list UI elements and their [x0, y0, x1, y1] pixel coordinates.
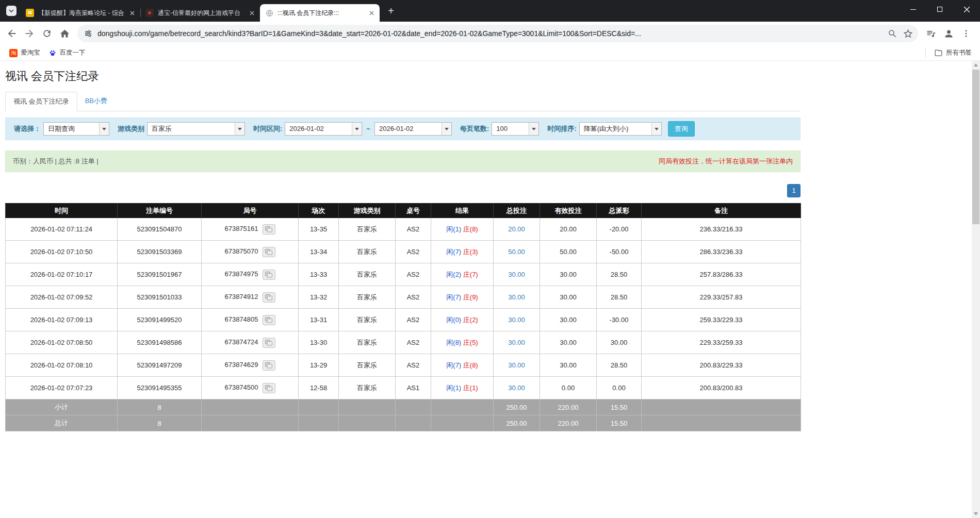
round-replay-icon[interactable]	[263, 292, 275, 303]
date-end-select[interactable]: 2026-01-02	[374, 122, 452, 136]
total-bet-link[interactable]: 30.00	[508, 339, 525, 346]
range-separator: ~	[366, 125, 370, 133]
search-button[interactable]: 查询	[668, 121, 695, 137]
result-player: 闲(8)	[446, 339, 461, 346]
reload-button[interactable]	[38, 25, 56, 42]
round-replay-icon[interactable]	[263, 247, 275, 257]
browser-tab[interactable]: 通宝-信誉最好的网上游戏平台	[140, 4, 260, 22]
cell-payout: 28.50	[597, 263, 642, 286]
menu-button[interactable]	[957, 25, 975, 42]
cell-result: 闲(1) 庄(8)	[431, 218, 494, 241]
address-bar[interactable]: dongshouji.com/game/betrecord_search/kin…	[77, 25, 918, 42]
browser-tab[interactable]: 【新提醒】海燕策略论坛 - 综合	[21, 4, 140, 22]
round-replay-icon[interactable]	[263, 383, 275, 393]
cell-game-type: 百家乐	[339, 309, 396, 331]
round-replay-icon[interactable]	[263, 270, 275, 280]
round-replay-icon[interactable]	[263, 224, 275, 235]
cell-result: 闲(7) 庄(9)	[431, 286, 494, 309]
cell-time: 2026-01-02 07:09:52	[6, 286, 118, 309]
round-number: 673875070	[224, 247, 258, 255]
home-button[interactable]	[56, 25, 73, 42]
page-button-1[interactable]: 1	[787, 184, 801, 197]
column-header: 局号	[202, 204, 299, 218]
tab-bb-tip[interactable]: BB小费	[77, 92, 115, 111]
zoom-icon[interactable]	[888, 29, 897, 38]
table-row: 2026-01-02 07:09:52523091501033673874912…	[6, 286, 801, 309]
back-button[interactable]	[3, 25, 21, 42]
sort-select[interactable]: 降冪(由大到小)	[579, 122, 662, 136]
result-banker: 庄(9)	[463, 293, 478, 301]
scrollbar-thumb[interactable]	[972, 70, 979, 224]
chevron-down-icon[interactable]	[352, 123, 362, 135]
totals-empty-cell	[299, 415, 339, 431]
tab-title: :::视讯 会员下注纪录:::	[277, 9, 364, 18]
maximize-button[interactable]	[926, 0, 953, 19]
cell-session: 13-30	[299, 331, 339, 354]
bookmark-star-icon[interactable]	[903, 29, 913, 39]
page-scrollbar[interactable]	[972, 61, 980, 518]
round-replay-icon[interactable]	[263, 315, 275, 325]
chevron-down-icon	[9, 8, 14, 13]
tab-close-icon[interactable]	[248, 9, 256, 17]
result-banker: 庄(8)	[463, 361, 478, 369]
total-bet-link[interactable]: 30.00	[508, 316, 525, 324]
bookmarks-right: 所有书签	[925, 47, 975, 59]
total-bet-link[interactable]: 20.00	[508, 225, 525, 233]
bookmark-baidu[interactable]: 百度一下	[44, 47, 90, 59]
forward-button[interactable]	[21, 25, 38, 42]
chevron-down-icon[interactable]	[99, 123, 109, 135]
chevron-down-icon[interactable]	[651, 123, 661, 135]
table-row: 2026-01-02 07:11:24523091504870673875161…	[6, 218, 801, 241]
tab-search-button[interactable]	[6, 6, 17, 16]
tab-betting-records[interactable]: 视讯 会员下注纪录	[5, 92, 77, 111]
profile-button[interactable]	[940, 25, 957, 42]
chevron-down-icon[interactable]	[235, 123, 244, 135]
scroll-down-arrow[interactable]	[972, 510, 980, 518]
cell-session: 13-31	[299, 309, 339, 331]
site-settings-icon[interactable]	[84, 29, 93, 38]
cell-session: 13-34	[299, 241, 339, 263]
total-bet-link[interactable]: 30.00	[508, 293, 525, 301]
browser-tab-active[interactable]: :::视讯 会员下注纪录:::	[260, 4, 380, 22]
total-bet-link[interactable]: 50.00	[508, 248, 525, 256]
maximize-icon	[937, 7, 942, 12]
cell-table-id: AS2	[396, 331, 431, 354]
total-bet-link[interactable]: 30.00	[508, 271, 525, 278]
table-header-row: 时间注单编号局号场次游戏类别桌号结果总投注有效投注总派彩备注	[6, 204, 801, 218]
tab-strip: 【新提醒】海燕策略论坛 - 综合 通宝-信誉最好的网上游戏平台 :::视讯 会员…	[0, 0, 980, 22]
page-title: 视讯 会员下注纪录	[5, 69, 801, 84]
game-type-select[interactable]: 百家乐	[147, 122, 245, 136]
column-header: 游戏类别	[339, 204, 396, 218]
cell-game-type: 百家乐	[339, 241, 396, 263]
round-replay-icon[interactable]	[263, 338, 275, 348]
round-replay-icon[interactable]	[263, 360, 275, 371]
close-button[interactable]	[953, 0, 980, 19]
minimize-button[interactable]	[900, 0, 926, 19]
globe-favicon-icon	[265, 9, 273, 17]
minimize-icon	[910, 9, 916, 10]
cell-note: 286.33/236.33	[642, 241, 801, 263]
query-type-select[interactable]: 日期查询	[43, 122, 109, 136]
tab-close-icon[interactable]	[367, 9, 375, 17]
date-start-select[interactable]: 2026-01-02	[285, 122, 362, 136]
totals-label: 小计	[6, 399, 118, 415]
cell-note: 257.83/286.33	[642, 263, 801, 286]
cell-payout: -20.00	[597, 218, 642, 241]
per-page-select[interactable]: 100	[492, 122, 539, 136]
chevron-down-icon[interactable]	[529, 123, 538, 135]
new-tab-button[interactable]: +	[384, 4, 398, 18]
bookmark-taobao[interactable]: 淘 爱淘宝	[5, 47, 44, 59]
total-bet-link[interactable]: 30.00	[508, 384, 525, 392]
tab-close-icon[interactable]	[128, 9, 136, 17]
back-icon	[6, 28, 18, 39]
chevron-down-icon[interactable]	[442, 123, 451, 135]
cell-table-id: AS2	[396, 309, 431, 331]
column-header: 结果	[431, 204, 494, 218]
summary-note-text: 同局有效投注，统一计算在该局第一张注单内	[659, 157, 793, 166]
totals-valid-bet: 220.00	[540, 415, 597, 431]
scroll-up-arrow[interactable]	[972, 61, 980, 69]
total-bet-link[interactable]: 30.00	[508, 361, 525, 369]
media-controls-button[interactable]	[922, 25, 940, 42]
all-bookmarks-button[interactable]: 所有书签	[931, 47, 975, 59]
totals-total-bet: 250.00	[494, 399, 540, 415]
